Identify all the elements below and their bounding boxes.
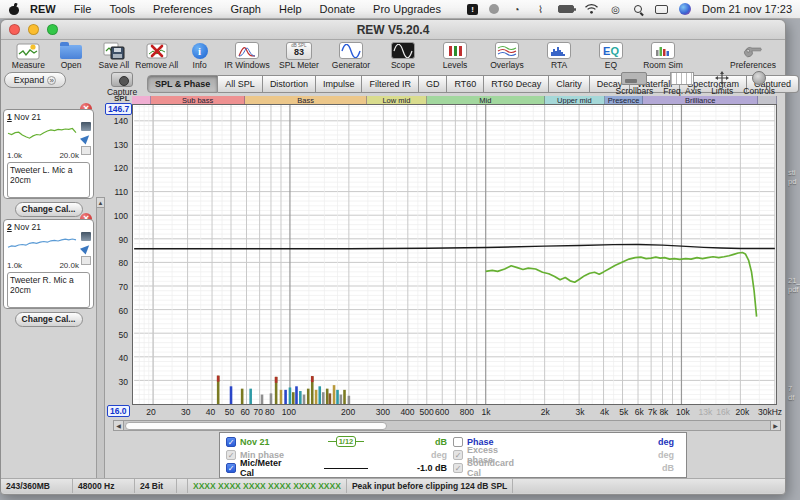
edit-icon[interactable] <box>80 242 92 254</box>
menu-item-tools[interactable]: Tools <box>100 3 144 15</box>
menu-item-rew[interactable]: REW <box>21 3 65 15</box>
camera-status-icon[interactable] <box>489 4 499 14</box>
wifi-icon[interactable] <box>585 3 598 16</box>
save-trace-icon[interactable] <box>81 232 91 241</box>
edit-icon[interactable] <box>80 132 92 144</box>
measurement-card-1[interactable]: ✕ 1 Nov 21 1.0k20.0k Tweeter L. Mic a 20… <box>3 101 94 217</box>
tab-gd[interactable]: GD <box>419 75 448 93</box>
save-all-button[interactable]: Save All <box>93 41 136 70</box>
legend-unit: -1.0 dB <box>401 463 453 473</box>
eq-button[interactable]: EQ EQ <box>585 41 637 70</box>
window-titlebar[interactable]: REW V5.20.4 <box>1 20 785 40</box>
limits-button[interactable]: Limits <box>711 70 733 96</box>
x-tick-20k: 20k <box>735 407 749 417</box>
notes-icon[interactable] <box>81 146 91 155</box>
scroll-up-arrow-icon[interactable]: ▲ <box>97 198 104 208</box>
tab-clarity[interactable]: Clarity <box>549 75 590 93</box>
checkbox-soundcard-cal[interactable]: ✓ <box>453 463 463 473</box>
spotlight-icon[interactable] <box>633 4 644 15</box>
measurement-1-note[interactable]: Tweeter L. Mic a 20cm <box>7 162 90 198</box>
notification-icon[interactable]: ! <box>467 4 478 15</box>
menu-item-help[interactable]: Help <box>270 3 311 15</box>
menu-item-donate[interactable]: Donate <box>311 3 364 15</box>
scrollbar-thumb[interactable] <box>125 422 387 430</box>
level-bar <box>280 390 283 404</box>
rta-button[interactable]: RTA <box>533 41 585 70</box>
siri-icon[interactable] <box>679 3 691 15</box>
menu-clock[interactable]: Dom 21 nov 17:23 <box>702 3 792 15</box>
x-tick-50: 50 <box>225 407 234 417</box>
level-bar <box>318 386 321 404</box>
overlays-button[interactable]: Overlays <box>481 41 533 70</box>
scope-icon <box>391 41 415 60</box>
level-bar <box>322 392 325 404</box>
spl-meter-button[interactable]: dB SPL83 SPL Meter <box>273 41 325 70</box>
tab-rt60[interactable]: RT60 <box>447 75 484 93</box>
measurements-sidebar: Expand» ✕ 1 Nov 21 1.0k20.0k Tweeter L. … <box>1 71 105 496</box>
tab-impulse[interactable]: Impulse <box>316 75 363 93</box>
level-bar <box>289 387 292 404</box>
generator-button[interactable]: Generator <box>325 41 377 70</box>
info-button[interactable]: i Info <box>178 41 221 70</box>
expand-button[interactable]: Expand» <box>4 72 66 88</box>
measurement-2-range: 1.0k20.0k <box>7 261 79 270</box>
levels-button[interactable]: Levels <box>429 41 481 70</box>
scroll-right-arrow-icon[interactable]: ▶ <box>770 421 780 430</box>
checkbox-nov-21[interactable]: ✓ <box>226 437 236 447</box>
clock-status-icon[interactable]: ◔ <box>510 3 523 16</box>
controls-gear-icon <box>752 70 766 86</box>
measure-button[interactable]: Measure <box>7 41 50 70</box>
y-axis-max-box[interactable]: 146.7 <box>105 103 132 115</box>
controls-button[interactable]: Controls <box>743 70 775 96</box>
preferences-button[interactable]: Preferences <box>727 41 779 70</box>
tab-filtered-ir[interactable]: Filtered IR <box>362 75 419 93</box>
x-tick-30: 30 <box>181 407 190 417</box>
remove-all-button[interactable]: Remove All <box>135 41 178 70</box>
menu-item-graph[interactable]: Graph <box>221 3 270 15</box>
menu-item-preferences[interactable]: Preferences <box>144 3 221 15</box>
tab-distortion[interactable]: Distortion <box>263 75 316 93</box>
desktop-file-label[interactable]: 21_ pdf <box>788 276 800 294</box>
tab-spl-phase[interactable]: SPL & Phase <box>147 75 218 93</box>
display-icon[interactable] <box>655 5 668 14</box>
level-bar <box>343 390 346 404</box>
scroll-left-arrow-icon[interactable]: ◀ <box>114 421 124 430</box>
graph-h-scrollbar[interactable]: ◀ ▶ <box>113 420 781 431</box>
measurement-card-2[interactable]: ✕ 2 Nov 21 1.0k20.0k Tweeter R. Mic a 20… <box>3 211 94 327</box>
user-switch-icon[interactable]: ◎ <box>609 3 622 16</box>
scope-button[interactable]: Scope <box>377 41 429 70</box>
tab-rt60-decay[interactable]: RT60 Decay <box>484 75 549 93</box>
level-bar <box>340 395 343 404</box>
notes-icon[interactable] <box>81 256 91 265</box>
graph-view-controls: Scrollbars Freq. Axis Limits Controls <box>616 70 775 96</box>
spl-graph[interactable] <box>132 104 777 405</box>
x-axis-min-box[interactable]: 16.0 <box>107 405 130 417</box>
open-button[interactable]: Open <box>50 41 93 70</box>
save-trace-icon[interactable] <box>81 122 91 131</box>
battery-icon[interactable] <box>558 5 574 13</box>
desktop-file-label[interactable]: sti pd <box>788 168 796 186</box>
x-tick-200: 200 <box>341 407 355 417</box>
level-bar <box>299 391 302 404</box>
expand-chevron-icon: » <box>47 76 56 85</box>
room-sim-button[interactable]: Room Sim <box>637 41 689 70</box>
rta-icon <box>547 41 571 60</box>
mic-muted-icon[interactable]: ⌇ <box>534 3 547 16</box>
ir-windows-button[interactable]: IR Windows <box>221 41 273 70</box>
y-tick-40: 40 <box>106 353 128 363</box>
menu-item-pro-upgrades[interactable]: Pro Upgrades <box>364 3 450 15</box>
sidebar-scrollbar[interactable]: ▲ <box>96 197 105 492</box>
status-empty <box>513 479 785 493</box>
level-bar <box>261 395 264 404</box>
measurement-1-thumbnail[interactable] <box>7 122 77 147</box>
menu-item-file[interactable]: File <box>65 3 101 15</box>
freq-axis-button[interactable]: Freq. Axis <box>663 70 701 96</box>
measurement-2-thumbnail[interactable] <box>7 232 77 257</box>
scrollbars-button[interactable]: Scrollbars <box>616 70 654 96</box>
checkbox-mic-meter-cal[interactable]: ✓ <box>226 463 236 473</box>
tab-all-spl[interactable]: All SPL <box>218 75 263 93</box>
change-cal-2-button[interactable]: Change Cal... <box>15 312 83 327</box>
apple-menu-icon[interactable] <box>8 3 21 16</box>
desktop-file-label[interactable]: 7 df <box>788 384 794 402</box>
measurement-2-note[interactable]: Tweeter R. Mic a 20cm <box>7 272 90 308</box>
